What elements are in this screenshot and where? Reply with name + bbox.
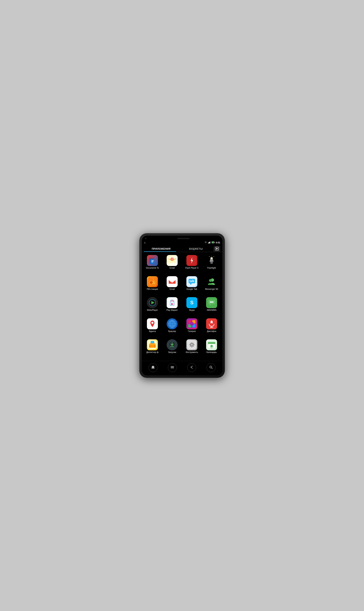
app-email[interactable]: @ Email	[162, 254, 182, 275]
tools-label: Инструменть	[186, 351, 198, 353]
store-button[interactable]	[213, 246, 220, 252]
app-skype[interactable]: S Skype	[182, 296, 202, 317]
app-calendar[interactable]: Календарь	[202, 338, 221, 359]
svg-point-49	[211, 301, 212, 303]
downloads-label: Загрузки	[168, 351, 176, 353]
app-flash[interactable]: Flash Player S	[182, 254, 202, 275]
svg-rect-86	[189, 344, 190, 345]
browser-label: Браузер	[168, 330, 176, 333]
svg-point-28	[151, 282, 152, 283]
app-playmarket[interactable]: Play Маркет	[162, 296, 182, 317]
app-gmail[interactable]: Gmail	[162, 275, 182, 296]
recorder-label: Диктофон	[207, 330, 216, 333]
menu-icon	[170, 365, 174, 370]
messenger-icon	[206, 276, 217, 287]
documents-icon	[147, 255, 158, 266]
flash-label: Flash Player S	[185, 267, 198, 269]
svg-marker-8	[216, 248, 218, 250]
app-tools[interactable]: Инструменть	[182, 338, 202, 359]
svg-rect-100	[171, 367, 174, 367]
svg-rect-13	[151, 261, 153, 261]
tab-underline	[144, 251, 176, 252]
playmarket-icon	[167, 297, 178, 308]
svg-rect-101	[171, 368, 174, 368]
svg-rect-84	[192, 342, 192, 343]
email-icon: @	[167, 255, 178, 266]
app-downloads[interactable]: Загрузки	[162, 338, 182, 359]
home-button[interactable]	[149, 363, 157, 372]
search-icon	[209, 365, 213, 370]
gmail-label: Gmail	[169, 288, 175, 290]
svg-rect-99	[171, 366, 174, 367]
svg-rect-74	[150, 343, 155, 345]
svg-point-30	[153, 278, 154, 279]
warning-icon: ⚠	[144, 242, 146, 244]
app-moboplayer[interactable]: MoboPlayer	[143, 296, 162, 317]
search-button[interactable]	[207, 363, 215, 372]
moboplayer-label: MoboPlayer	[147, 309, 158, 312]
app-flashlight[interactable]: Flashlight	[202, 254, 221, 275]
svg-point-97	[210, 344, 211, 345]
app-sms[interactable]: SMS/MMS	[202, 296, 221, 317]
app-gtalk[interactable]: talk Google Talk	[182, 275, 202, 296]
battery-icon	[212, 241, 215, 244]
app-filemanager[interactable]: Диспетчер ф	[143, 338, 162, 359]
svg-rect-14	[151, 262, 153, 262]
svg-rect-6	[212, 242, 214, 243]
status-bar: ⚠	[142, 240, 222, 245]
app-maps[interactable]: Адреса	[143, 317, 162, 338]
documents-label: Documents To	[146, 267, 159, 269]
gallery-icon	[186, 318, 197, 329]
status-time: 0:01	[216, 241, 220, 244]
tab-widgets[interactable]: ВИДЖЕТЫ	[179, 246, 213, 252]
flashlight-icon	[206, 255, 217, 266]
moboplayer-icon	[147, 297, 158, 308]
svg-point-48	[210, 301, 211, 303]
recorder-icon	[206, 318, 217, 329]
svg-point-50	[212, 301, 213, 303]
screen: ⚠	[142, 240, 222, 374]
svg-point-83	[191, 344, 193, 345]
svg-rect-87	[194, 344, 195, 345]
app-fm[interactable]: FM-станция	[143, 275, 162, 296]
svg-rect-0	[208, 243, 208, 243]
browser-icon	[167, 318, 178, 329]
app-grid: Documents To @ Email	[142, 252, 222, 361]
sms-label: SMS/MMS	[207, 309, 217, 312]
speaker-grille	[177, 238, 190, 239]
gtalk-label: Google Talk	[187, 288, 197, 290]
app-recorder[interactable]: Диктофон	[202, 317, 221, 338]
svg-rect-85	[192, 346, 192, 348]
top-bezel	[142, 236, 222, 240]
svg-rect-3	[210, 242, 210, 243]
skype-icon: S	[186, 297, 197, 308]
skype-label: Skype	[189, 309, 195, 312]
menu-button[interactable]	[168, 363, 177, 372]
app-browser[interactable]: Браузер	[162, 317, 182, 338]
status-right: 0:01	[204, 241, 220, 244]
maps-icon	[147, 318, 158, 329]
calendar-icon	[206, 339, 217, 350]
calendar-label: Календарь	[207, 351, 217, 353]
gtalk-icon: talk	[186, 276, 197, 287]
back-button[interactable]	[187, 363, 196, 372]
svg-point-32	[153, 282, 154, 282]
svg-rect-5	[214, 242, 215, 243]
svg-rect-20	[210, 262, 213, 264]
tab-apps[interactable]: ПРИЛОЖЕНИЯ	[144, 246, 179, 252]
messenger-label: Messenger Wi	[205, 288, 218, 290]
svg-line-24	[214, 256, 214, 257]
front-camera	[145, 238, 146, 239]
svg-point-98	[212, 344, 213, 345]
app-documents[interactable]: Documents To	[143, 254, 162, 275]
svg-text:talk: talk	[189, 279, 194, 283]
fm-label: FM-станция	[147, 288, 158, 290]
svg-rect-95	[208, 343, 215, 344]
app-messenger[interactable]: Messenger Wi	[202, 275, 221, 296]
svg-text:S: S	[190, 300, 194, 305]
playmarket-label: Play Маркет	[167, 309, 178, 312]
svg-rect-80	[170, 346, 174, 347]
svg-line-22	[209, 256, 209, 257]
app-gallery[interactable]: Галерея	[182, 317, 202, 338]
svg-point-38	[209, 279, 212, 282]
